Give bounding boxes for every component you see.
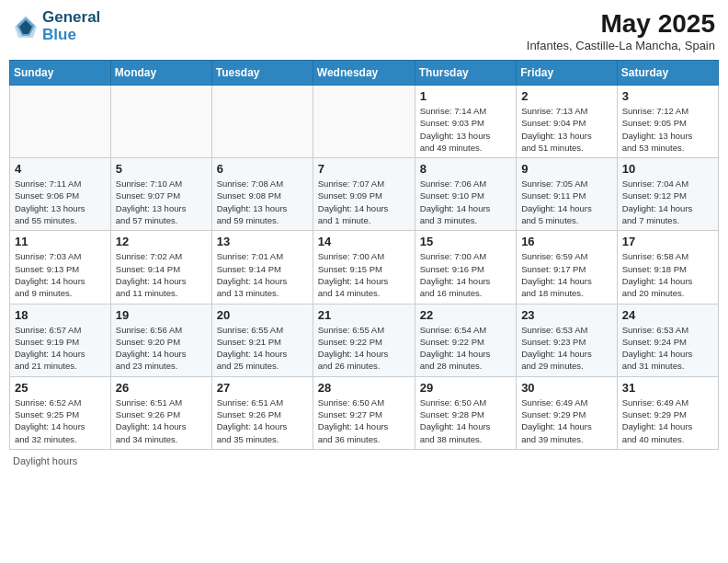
day-number: 18 bbox=[15, 308, 106, 322]
day-number: 15 bbox=[420, 235, 511, 248]
calendar-cell: 28Sunrise: 6:50 AM Sunset: 9:27 PM Dayli… bbox=[313, 376, 415, 449]
day-info: Sunrise: 7:05 AM Sunset: 9:11 PM Dayligh… bbox=[521, 178, 612, 226]
day-number: 10 bbox=[622, 162, 713, 176]
day-number: 26 bbox=[116, 381, 207, 395]
calendar-cell: 17Sunrise: 6:58 AM Sunset: 9:18 PM Dayli… bbox=[617, 231, 718, 304]
day-number: 4 bbox=[15, 162, 106, 176]
calendar-cell: 31Sunrise: 6:49 AM Sunset: 9:29 PM Dayli… bbox=[617, 376, 718, 449]
calendar-cell: 12Sunrise: 7:02 AM Sunset: 9:14 PM Dayli… bbox=[110, 231, 211, 304]
day-number: 20 bbox=[217, 308, 308, 322]
day-info: Sunrise: 7:14 AM Sunset: 9:03 PM Dayligh… bbox=[420, 105, 511, 154]
day-number: 5 bbox=[116, 162, 207, 176]
calendar-week-row: 4Sunrise: 7:11 AM Sunset: 9:06 PM Daylig… bbox=[10, 158, 719, 231]
day-number: 12 bbox=[116, 235, 207, 248]
day-info: Sunrise: 6:52 AM Sunset: 9:25 PM Dayligh… bbox=[15, 396, 106, 445]
day-info: Sunrise: 6:56 AM Sunset: 9:20 PM Dayligh… bbox=[116, 324, 207, 373]
day-number: 3 bbox=[622, 89, 713, 103]
day-number: 30 bbox=[521, 381, 612, 395]
day-number: 24 bbox=[622, 308, 713, 322]
calendar-cell: 15Sunrise: 7:00 AM Sunset: 9:16 PM Dayli… bbox=[415, 231, 516, 304]
day-info: Sunrise: 7:08 AM Sunset: 9:08 PM Dayligh… bbox=[217, 178, 308, 226]
calendar-cell: 18Sunrise: 6:57 AM Sunset: 9:19 PM Dayli… bbox=[10, 304, 111, 376]
day-header-friday: Friday bbox=[517, 61, 618, 86]
day-number: 1 bbox=[420, 89, 511, 103]
logo: General Blue bbox=[13, 9, 100, 43]
day-header-monday: Monday bbox=[110, 61, 211, 86]
day-number: 16 bbox=[521, 235, 612, 248]
day-info: Sunrise: 6:58 AM Sunset: 9:18 PM Dayligh… bbox=[622, 250, 713, 299]
calendar-cell: 4Sunrise: 7:11 AM Sunset: 9:06 PM Daylig… bbox=[10, 158, 111, 231]
day-number: 2 bbox=[521, 89, 612, 103]
page-header: General Blue May 2025 Infantes, Castille… bbox=[9, 9, 719, 52]
day-info: Sunrise: 6:50 AM Sunset: 9:28 PM Dayligh… bbox=[420, 396, 511, 445]
day-info: Sunrise: 6:55 AM Sunset: 9:21 PM Dayligh… bbox=[217, 324, 308, 373]
calendar-cell bbox=[313, 86, 415, 158]
day-header-sunday: Sunday bbox=[10, 61, 111, 86]
calendar-cell: 7Sunrise: 7:07 AM Sunset: 9:09 PM Daylig… bbox=[313, 158, 415, 231]
day-number: 23 bbox=[521, 308, 612, 322]
day-number: 8 bbox=[420, 162, 511, 176]
calendar-cell: 20Sunrise: 6:55 AM Sunset: 9:21 PM Dayli… bbox=[211, 304, 313, 376]
day-header-thursday: Thursday bbox=[415, 61, 516, 86]
day-number: 14 bbox=[318, 235, 410, 248]
day-number: 31 bbox=[622, 381, 713, 395]
logo-icon bbox=[13, 14, 39, 40]
calendar-cell: 25Sunrise: 6:52 AM Sunset: 9:25 PM Dayli… bbox=[10, 376, 111, 449]
day-info: Sunrise: 7:13 AM Sunset: 9:04 PM Dayligh… bbox=[521, 105, 612, 154]
calendar-cell: 24Sunrise: 6:53 AM Sunset: 9:24 PM Dayli… bbox=[617, 304, 718, 376]
day-info: Sunrise: 7:04 AM Sunset: 9:12 PM Dayligh… bbox=[622, 178, 713, 226]
day-number: 22 bbox=[420, 308, 511, 322]
day-info: Sunrise: 6:57 AM Sunset: 9:19 PM Dayligh… bbox=[15, 324, 106, 373]
calendar-cell: 27Sunrise: 6:51 AM Sunset: 9:26 PM Dayli… bbox=[211, 376, 313, 449]
calendar-cell: 26Sunrise: 6:51 AM Sunset: 9:26 PM Dayli… bbox=[110, 376, 211, 449]
day-header-saturday: Saturday bbox=[617, 61, 718, 86]
calendar-cell: 19Sunrise: 6:56 AM Sunset: 9:20 PM Dayli… bbox=[110, 304, 211, 376]
calendar-cell: 9Sunrise: 7:05 AM Sunset: 9:11 PM Daylig… bbox=[517, 158, 618, 231]
day-number: 28 bbox=[318, 381, 410, 395]
calendar-cell: 11Sunrise: 7:03 AM Sunset: 9:13 PM Dayli… bbox=[10, 231, 111, 304]
calendar-cell: 1Sunrise: 7:14 AM Sunset: 9:03 PM Daylig… bbox=[415, 86, 516, 158]
calendar-cell: 13Sunrise: 7:01 AM Sunset: 9:14 PM Dayli… bbox=[211, 231, 313, 304]
day-info: Sunrise: 7:12 AM Sunset: 9:05 PM Dayligh… bbox=[622, 105, 713, 154]
calendar-week-row: 18Sunrise: 6:57 AM Sunset: 9:19 PM Dayli… bbox=[10, 304, 719, 376]
calendar-cell: 30Sunrise: 6:49 AM Sunset: 9:29 PM Dayli… bbox=[517, 376, 618, 449]
day-info: Sunrise: 6:53 AM Sunset: 9:23 PM Dayligh… bbox=[521, 324, 612, 373]
day-number: 19 bbox=[116, 308, 207, 322]
title-block: May 2025 Infantes, Castille-La Mancha, S… bbox=[527, 9, 715, 52]
calendar-cell: 21Sunrise: 6:55 AM Sunset: 9:22 PM Dayli… bbox=[313, 304, 415, 376]
calendar-cell bbox=[211, 86, 313, 158]
day-info: Sunrise: 7:01 AM Sunset: 9:14 PM Dayligh… bbox=[217, 250, 308, 299]
calendar-cell: 2Sunrise: 7:13 AM Sunset: 9:04 PM Daylig… bbox=[517, 86, 618, 158]
calendar-cell: 8Sunrise: 7:06 AM Sunset: 9:10 PM Daylig… bbox=[415, 158, 516, 231]
day-number: 11 bbox=[15, 235, 106, 248]
day-info: Sunrise: 7:00 AM Sunset: 9:16 PM Dayligh… bbox=[420, 250, 511, 299]
calendar-cell: 6Sunrise: 7:08 AM Sunset: 9:08 PM Daylig… bbox=[211, 158, 313, 231]
day-number: 7 bbox=[318, 162, 410, 176]
calendar-cell: 16Sunrise: 6:59 AM Sunset: 9:17 PM Dayli… bbox=[517, 231, 618, 304]
day-info: Sunrise: 6:59 AM Sunset: 9:17 PM Dayligh… bbox=[521, 250, 612, 299]
calendar-cell: 10Sunrise: 7:04 AM Sunset: 9:12 PM Dayli… bbox=[617, 158, 718, 231]
day-info: Sunrise: 7:07 AM Sunset: 9:09 PM Dayligh… bbox=[318, 178, 410, 226]
day-info: Sunrise: 7:03 AM Sunset: 9:13 PM Dayligh… bbox=[15, 250, 106, 299]
calendar-header-row: SundayMondayTuesdayWednesdayThursdayFrid… bbox=[10, 61, 719, 86]
day-info: Sunrise: 6:49 AM Sunset: 9:29 PM Dayligh… bbox=[521, 396, 612, 445]
day-number: 13 bbox=[217, 235, 308, 248]
day-header-tuesday: Tuesday bbox=[211, 61, 313, 86]
calendar-cell: 5Sunrise: 7:10 AM Sunset: 9:07 PM Daylig… bbox=[110, 158, 211, 231]
calendar-cell: 14Sunrise: 7:00 AM Sunset: 9:15 PM Dayli… bbox=[313, 231, 415, 304]
day-number: 17 bbox=[622, 235, 713, 248]
month-title: May 2025 bbox=[527, 9, 715, 39]
day-number: 6 bbox=[217, 162, 308, 176]
day-info: Sunrise: 7:00 AM Sunset: 9:15 PM Dayligh… bbox=[318, 250, 410, 299]
footer-note: Daylight hours bbox=[9, 455, 719, 466]
calendar-cell: 22Sunrise: 6:54 AM Sunset: 9:22 PM Dayli… bbox=[415, 304, 516, 376]
day-number: 21 bbox=[318, 308, 410, 322]
calendar-cell: 23Sunrise: 6:53 AM Sunset: 9:23 PM Dayli… bbox=[517, 304, 618, 376]
day-info: Sunrise: 6:50 AM Sunset: 9:27 PM Dayligh… bbox=[318, 396, 410, 445]
day-info: Sunrise: 6:54 AM Sunset: 9:22 PM Dayligh… bbox=[420, 324, 511, 373]
logo-text: General Blue bbox=[42, 9, 100, 43]
day-info: Sunrise: 7:02 AM Sunset: 9:14 PM Dayligh… bbox=[116, 250, 207, 299]
calendar-cell: 3Sunrise: 7:12 AM Sunset: 9:05 PM Daylig… bbox=[617, 86, 718, 158]
day-number: 27 bbox=[217, 381, 308, 395]
day-info: Sunrise: 6:51 AM Sunset: 9:26 PM Dayligh… bbox=[217, 396, 308, 445]
